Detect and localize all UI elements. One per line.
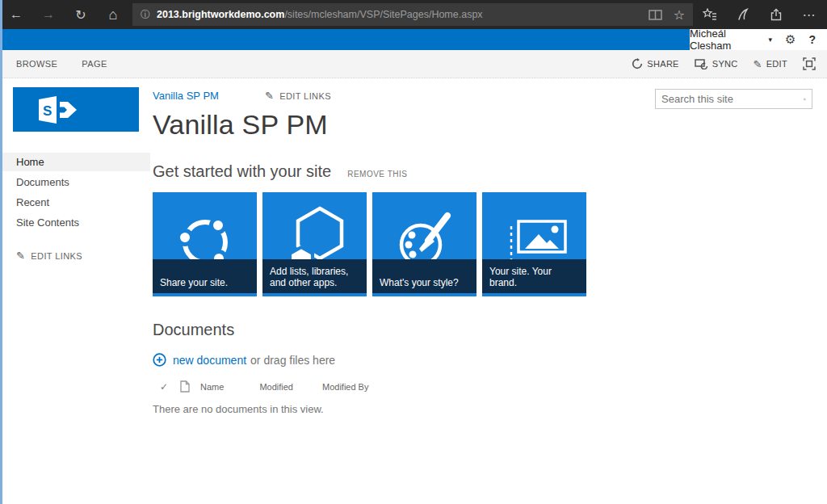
site-logo[interactable]: S (13, 87, 139, 132)
forward-icon[interactable]: → (32, 0, 65, 29)
breadcrumb-site-link[interactable]: Vanilla SP PM (153, 90, 219, 102)
share-button[interactable]: SHARE (632, 58, 678, 69)
hub-favorites-icon[interactable] (693, 0, 726, 29)
pencil-icon: ✎ (265, 90, 274, 102)
url-path: /sites/mclesham/VSP/SitePages/Home.aspx (284, 9, 482, 20)
share-page-icon[interactable] (759, 0, 792, 29)
favorite-star-icon[interactable]: ☆ (674, 7, 685, 23)
browser-chrome: ← → ↻ ⌂ ⓘ 2013.brightworkdemo.com/sites/… (0, 0, 827, 29)
remove-this-link[interactable]: REMOVE THIS (347, 170, 407, 178)
sidebar-item-recent[interactable]: Recent (2, 193, 150, 212)
web-notes-ink-icon[interactable] (726, 0, 759, 29)
tile-share-your-site[interactable]: Share your site. (153, 192, 257, 296)
page-title: Vanilla SP PM (153, 109, 827, 141)
column-header-modified-by[interactable]: Modified By (322, 382, 368, 392)
tile-add-lists-apps[interactable]: Add lists, libraries, and other apps. (262, 192, 367, 296)
empty-view-message: There are no documents in this view. (153, 403, 827, 415)
tile-label: What's your style? (372, 259, 476, 293)
site-info-icon[interactable]: ⓘ (141, 8, 150, 22)
page-content: S Home Documents Recent Site Contents ✎ … (2, 79, 827, 504)
refresh-icon[interactable]: ↻ (65, 0, 97, 29)
edit-button[interactable]: ✎ EDIT (754, 58, 787, 70)
settings-gear-icon[interactable]: ⚙ (785, 32, 796, 47)
add-new-icon[interactable] (153, 353, 166, 367)
pencil-icon: ✎ (16, 250, 25, 262)
tile-label: Your site. Your brand. (482, 259, 586, 293)
top-edit-links[interactable]: ✎ EDIT LINKS (265, 90, 331, 102)
focus-mode-icon (803, 57, 816, 70)
select-all-checkmark-icon[interactable]: ✓ (160, 381, 168, 393)
documents-heading: Documents (153, 321, 827, 339)
focus-mode-button[interactable] (803, 57, 816, 70)
sharepoint-logo-icon: S (32, 94, 84, 126)
column-header-modified[interactable]: Modified (259, 382, 293, 392)
getting-started-tiles: Share your site. Add lists, libraries, a… (153, 192, 827, 296)
help-button[interactable]: ? (808, 33, 816, 46)
user-menu[interactable]: Micheál Clesham (690, 27, 765, 52)
documents-webpart: Documents new document or drag files her… (153, 321, 827, 415)
tab-browse[interactable]: BROWSE (16, 59, 57, 69)
sidebar-item-site-contents[interactable]: Site Contents (2, 213, 150, 232)
column-header-name[interactable]: Name (200, 382, 224, 392)
new-document-link[interactable]: new document (173, 354, 246, 367)
search-icon[interactable] (804, 94, 806, 105)
main-area: Vanilla SP PM ✎ EDIT LINKS Vanilla SP PM… (153, 79, 827, 415)
sync-button[interactable]: SYNC (695, 58, 738, 69)
sync-icon (695, 58, 708, 69)
sidebar-edit-links[interactable]: ✎ EDIT LINKS (16, 250, 150, 262)
tile-label: Add lists, libraries, and other apps. (262, 259, 367, 293)
chevron-down-icon: ▾ (768, 36, 772, 44)
url-domain: 2013.brightworkdemo.com (157, 9, 284, 20)
tile-your-site-your-brand[interactable]: Your site. Your brand. (482, 192, 586, 296)
left-nav: Home Documents Recent Site Contents (2, 153, 150, 232)
site-search[interactable] (655, 89, 812, 109)
search-input[interactable] (661, 93, 804, 105)
sidebar: S Home Documents Recent Site Contents ✎ … (2, 79, 150, 262)
edit-pencil-icon: ✎ (754, 58, 762, 70)
reading-view-icon[interactable] (649, 10, 662, 20)
drag-files-text: or drag files here (250, 354, 335, 367)
sidebar-item-documents[interactable]: Documents (2, 173, 150, 191)
get-started-heading: Get started with your site (153, 162, 331, 181)
back-icon[interactable]: ← (0, 0, 32, 29)
documents-header-row: ✓ Name Modified Modified By (153, 380, 827, 393)
window-left-border (0, 0, 2, 504)
tab-page[interactable]: PAGE (82, 59, 107, 69)
suite-bar: Micheál Clesham ▾ ⚙ ? (0, 29, 827, 50)
sidebar-item-home[interactable]: Home (2, 153, 150, 171)
address-bar[interactable]: ⓘ 2013.brightworkdemo.com/sites/mclesham… (132, 3, 693, 26)
svg-text:S: S (43, 103, 52, 119)
tile-label: Share your site. (153, 259, 257, 293)
new-document-row: new document or drag files here (153, 353, 827, 367)
tile-whats-your-style[interactable]: What's your style? (372, 192, 476, 296)
document-type-icon[interactable] (180, 380, 190, 393)
home-icon[interactable]: ⌂ (97, 0, 129, 29)
share-icon (632, 58, 643, 69)
ribbon-bar: BROWSE PAGE SHARE SYNC ✎ EDIT (2, 50, 827, 78)
more-options-icon[interactable]: ⋯ (792, 0, 825, 29)
